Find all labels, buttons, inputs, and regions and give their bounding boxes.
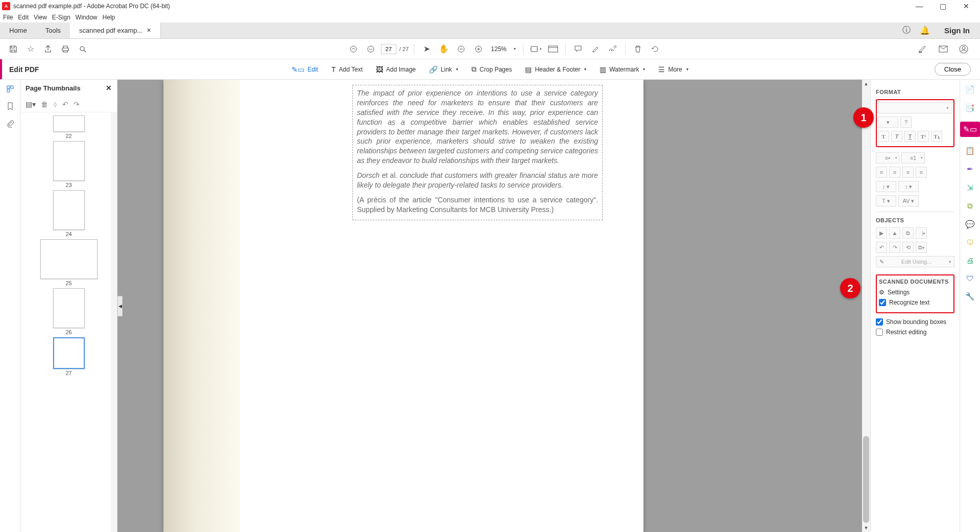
- paragraph-spacing-dropdown[interactable]: ↕ ▾: [898, 181, 919, 192]
- account-icon[interactable]: [957, 42, 971, 56]
- add-image-tool[interactable]: 🖼Add Image: [371, 63, 421, 76]
- page-number-input[interactable]: [381, 44, 396, 54]
- thumb-rotate-cw-icon[interactable]: ↷: [74, 100, 80, 108]
- scroll-up-icon[interactable]: ▲: [862, 80, 870, 88]
- thumb-page-23[interactable]: 23: [53, 141, 85, 188]
- tab-close-icon[interactable]: ✕: [147, 27, 151, 34]
- font-help-icon[interactable]: ?: [900, 117, 912, 128]
- thumbnails-list[interactable]: 22 23 24 25 26 27: [20, 112, 117, 532]
- thumb-insert-icon[interactable]: ⎀: [53, 100, 57, 108]
- zoom-dropdown-icon[interactable]: ▾: [512, 42, 518, 56]
- align-justify-button[interactable]: ≡: [916, 167, 927, 178]
- page-down-icon[interactable]: [364, 42, 378, 56]
- more-tools-rail-icon[interactable]: 🔧: [965, 292, 975, 301]
- attachments-rail-icon[interactable]: [7, 120, 14, 128]
- delete-icon[interactable]: [631, 42, 645, 56]
- numbered-list-button[interactable]: ≡1: [901, 152, 925, 164]
- save-icon[interactable]: [6, 42, 20, 56]
- send-comments-rail-icon[interactable]: 💬: [965, 220, 975, 229]
- highlight-icon[interactable]: [588, 42, 603, 56]
- scanned-settings-link[interactable]: ⚙ Settings: [879, 289, 951, 296]
- page-up-icon[interactable]: [346, 42, 361, 56]
- scroll-down-icon[interactable]: ▼: [862, 524, 870, 532]
- organize-rail-icon[interactable]: ⧉: [967, 201, 973, 211]
- editable-text-region[interactable]: The impact of prior experience on intent…: [352, 85, 603, 220]
- menu-edit[interactable]: Edit: [18, 14, 29, 21]
- star-icon[interactable]: ☆: [23, 42, 38, 56]
- collapse-left-icon[interactable]: ◀: [117, 296, 123, 316]
- close-editpdf-button[interactable]: Close: [935, 63, 971, 76]
- scrollbar-thumb[interactable]: [863, 436, 869, 523]
- thumbnails-rail-icon[interactable]: [6, 85, 14, 93]
- zoom-in-icon[interactable]: [471, 42, 486, 56]
- font-family-dropdown[interactable]: ▾: [878, 102, 952, 113]
- help-icon[interactable]: ⓘ: [897, 22, 916, 38]
- thumb-delete-icon[interactable]: 🗑: [41, 100, 48, 108]
- rotate-cw-button[interactable]: ↷: [889, 242, 900, 253]
- show-bounding-boxes-checkbox[interactable]: Show bounding boxes: [876, 318, 954, 326]
- link-tool[interactable]: 🔗Link▾: [424, 63, 463, 76]
- minimize-button[interactable]: —: [907, 0, 931, 12]
- menu-esign[interactable]: E-Sign: [52, 14, 70, 21]
- page-display-icon[interactable]: [546, 42, 560, 56]
- notifications-icon[interactable]: 🔔: [916, 22, 934, 38]
- crop-tool[interactable]: ⧉Crop Pages: [466, 63, 517, 76]
- tab-home[interactable]: Home: [0, 22, 36, 38]
- recognize-text-input[interactable]: [879, 299, 886, 306]
- edit-using-dropdown[interactable]: ✎Edit Using...▾: [876, 256, 954, 267]
- zoom-level[interactable]: 125%: [489, 45, 509, 53]
- edit-tool[interactable]: ✎▭Edit: [286, 63, 323, 76]
- bullet-list-button[interactable]: ≡•: [876, 152, 899, 164]
- font-size-dropdown[interactable]: ▾: [878, 117, 898, 128]
- scan-ocr-rail-icon[interactable]: 🖨: [966, 256, 974, 265]
- replace-image-button[interactable]: ⟲: [902, 242, 914, 253]
- menu-help[interactable]: Help: [103, 14, 115, 21]
- flip-vertical-button[interactable]: ▲: [889, 227, 900, 239]
- thumb-page-25[interactable]: 25: [40, 239, 98, 286]
- watermark-tool[interactable]: ▥Watermark▾: [594, 63, 650, 76]
- edit-pdf-rail-icon[interactable]: ✎▭: [960, 122, 980, 137]
- thumb-rotate-ccw-icon[interactable]: ↶: [62, 100, 68, 108]
- tab-document[interactable]: scanned pdf examp... ✕: [70, 22, 161, 38]
- flip-horizontal-button[interactable]: ▶: [876, 227, 887, 239]
- fill-sign-rail-icon[interactable]: ✒: [967, 165, 973, 174]
- vertical-scrollbar[interactable]: ▲ ▼: [862, 80, 870, 532]
- bookmarks-rail-icon[interactable]: [7, 102, 14, 110]
- select-tool-icon[interactable]: ➤: [419, 42, 434, 56]
- text-style-underline[interactable]: T: [904, 131, 916, 142]
- export-pdf-rail-icon[interactable]: ⇲: [967, 183, 973, 192]
- char-spacing-dropdown[interactable]: AV ▾: [898, 195, 919, 206]
- protect-rail-icon[interactable]: 🛡: [966, 274, 974, 283]
- crop-object-button[interactable]: ⧉: [902, 227, 914, 239]
- line-spacing-dropdown[interactable]: ↕ ▾: [876, 181, 896, 192]
- comment-icon[interactable]: [571, 42, 585, 56]
- restrict-editing-checkbox[interactable]: Restrict editing: [876, 329, 954, 336]
- text-style-t2[interactable]: T: [891, 131, 902, 142]
- share-icon[interactable]: [41, 42, 55, 56]
- print-icon[interactable]: [58, 42, 73, 56]
- create-pdf-rail-icon[interactable]: 📄: [965, 85, 975, 94]
- more-tool[interactable]: ☰More▾: [653, 63, 693, 76]
- comment-rail-icon[interactable]: 🗨: [966, 238, 974, 247]
- recognize-text-checkbox[interactable]: Recognize text: [879, 299, 951, 306]
- thumbnails-close-icon[interactable]: ✕: [106, 84, 112, 92]
- email-icon[interactable]: [936, 42, 950, 56]
- header-footer-tool[interactable]: ▤Header & Footer▾: [520, 63, 591, 76]
- thumb-page-27[interactable]: 27: [53, 337, 85, 376]
- text-style-t1[interactable]: T: [878, 131, 889, 142]
- menu-file[interactable]: File: [3, 14, 13, 21]
- thumb-page-26[interactable]: 26: [53, 288, 85, 335]
- text-style-superscript[interactable]: T¹: [918, 131, 929, 142]
- document-viewport[interactable]: ◀ ▶ The impact of prior experience on in…: [117, 80, 870, 532]
- maximize-button[interactable]: ▢: [931, 0, 954, 12]
- menu-view[interactable]: View: [34, 14, 47, 21]
- add-text-tool[interactable]: TAdd Text: [326, 63, 368, 76]
- hand-tool-icon[interactable]: ✋: [437, 42, 451, 56]
- fit-width-icon[interactable]: ▾: [529, 42, 543, 56]
- sign-icon[interactable]: [606, 42, 620, 56]
- thumb-page-24[interactable]: 24: [53, 190, 85, 237]
- request-signatures-rail-icon[interactable]: 📋: [965, 146, 975, 155]
- align-center-button[interactable]: ≡: [889, 167, 900, 178]
- arrange-button[interactable]: ⧉▾: [916, 242, 927, 253]
- thumbs-scrollbar-thumb[interactable]: [111, 353, 116, 370]
